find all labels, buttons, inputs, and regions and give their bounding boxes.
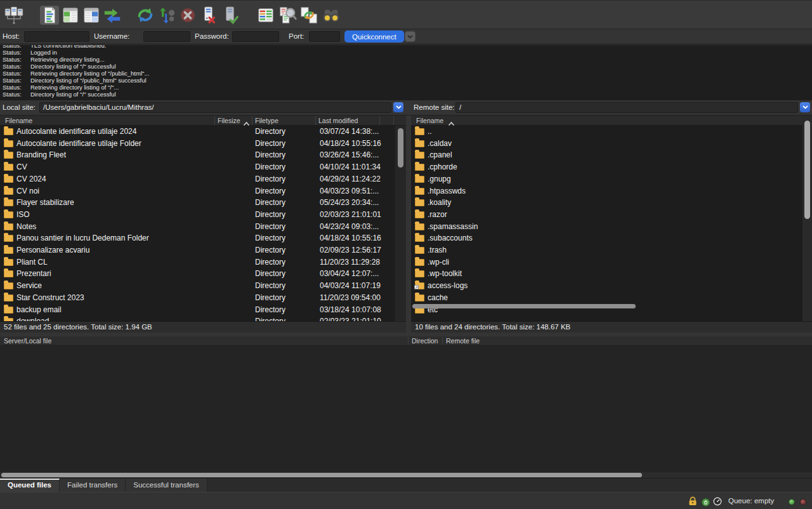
remote-file-row[interactable]: .cphorde — [411, 161, 812, 173]
scrollbar-thumb[interactable] — [1, 473, 642, 477]
process-queue-button[interactable] — [157, 5, 177, 25]
local-file-row[interactable]: CVDirectory04/10/24 11:01:34 — [0, 161, 406, 173]
site-manager-icon — [4, 6, 23, 25]
column-filesize[interactable]: Filesize — [218, 117, 240, 124]
remote-file-list: ...caldav.cpanel.cphorde.gnupg.htpasswds… — [411, 126, 812, 321]
quickconnect-dropdown-button[interactable] — [405, 31, 416, 42]
local-file-row[interactable]: downloadDirectory02/03/23 21:01:10 — [0, 315, 406, 321]
remote-horizontal-scrollbar[interactable] — [412, 304, 801, 309]
remote-file-row[interactable]: ↗access-logs — [411, 280, 812, 292]
file-name: Autocolante identificare utilaje Folder — [16, 139, 141, 148]
local-file-row[interactable]: ISODirectory02/03/23 21:01:01 — [0, 209, 406, 221]
remote-file-row[interactable]: .razor — [411, 209, 812, 221]
file-name: Service — [16, 281, 42, 290]
file-name: .wp-cli — [428, 258, 449, 267]
file-type: Directory — [255, 150, 285, 159]
disconnect-button[interactable] — [199, 5, 219, 25]
local-file-row[interactable]: PrezentariDirectory03/04/24 12:07:... — [0, 268, 406, 280]
process-queue-icon — [157, 6, 176, 25]
remote-file-row[interactable]: .cpanel — [411, 149, 812, 161]
local-file-row[interactable]: Autocolante identificare utilaje 2024Dir… — [0, 126, 406, 138]
file-modified: 02/03/23 21:01:01 — [320, 210, 381, 219]
reconnect-button[interactable] — [220, 5, 240, 25]
folder-icon — [4, 152, 13, 159]
toggle-message-log-button[interactable] — [39, 5, 60, 25]
cancel-button[interactable] — [178, 5, 198, 25]
local-file-row[interactable]: ServiceDirectory04/03/24 11:07:19 — [0, 280, 406, 292]
file-name: .cpanel — [428, 150, 452, 159]
local-file-row[interactable]: Autocolante identificare utilaje FolderD… — [0, 138, 406, 150]
scrollbar-thumb[interactable] — [412, 304, 636, 308]
local-vertical-scrollbar[interactable] — [395, 126, 406, 321]
scrollbar-thumb[interactable] — [804, 121, 810, 219]
directory-listing-filters-button[interactable] — [256, 5, 276, 25]
file-type: Directory — [255, 187, 285, 195]
tab-queued-files[interactable]: Queued files — [0, 479, 60, 492]
remote-file-row[interactable]: .spamassassin — [411, 221, 812, 233]
remote-vertical-scrollbar[interactable] — [802, 116, 812, 321]
file-name: Notes — [16, 222, 36, 231]
host-input[interactable] — [24, 31, 89, 42]
refresh-button[interactable] — [135, 5, 155, 25]
password-input[interactable] — [232, 31, 279, 42]
remote-file-row[interactable]: .gnupg — [411, 173, 812, 185]
toggle-local-tree-button[interactable] — [60, 5, 81, 25]
remote-file-row[interactable]: .wp-toolkit — [411, 268, 812, 280]
file-modified: 11/20/23 09:54:00 — [320, 293, 381, 302]
remote-file-row[interactable]: .htpasswds — [411, 185, 812, 197]
local-file-row[interactable]: Pliant CLDirectory11/20/23 11:29:28 — [0, 256, 406, 268]
tab-failed-transfers[interactable]: Failed transfers — [60, 479, 126, 492]
remote-file-row[interactable]: .koality — [411, 197, 812, 209]
log-message: Retrieving directory listing of "/public… — [30, 70, 149, 77]
file-name: .subaccounts — [428, 234, 473, 242]
local-file-list: Autocolante identificare utilaje 2024Dir… — [0, 126, 406, 321]
remote-file-row[interactable]: .caldav — [411, 138, 812, 150]
local-file-row[interactable]: Panou santier in lucru Dedeman FolderDir… — [0, 232, 406, 244]
port-input[interactable] — [309, 31, 340, 42]
local-site-dropdown-button[interactable] — [393, 102, 403, 112]
toggle-remote-tree-button[interactable] — [81, 5, 102, 25]
remote-file-row[interactable]: cache — [411, 292, 812, 304]
local-file-row[interactable]: Star Construct 2023Directory11/20/23 09:… — [0, 292, 406, 304]
local-site-path[interactable]: /Users/gabrielbaciu/Lucru/Mithras/ — [39, 102, 391, 113]
folder-icon — [415, 128, 424, 135]
find-files-button[interactable] — [321, 5, 341, 25]
column-filename[interactable]: Filename — [416, 117, 443, 124]
column-server-local-file[interactable]: Server/Local file — [4, 337, 51, 345]
local-file-row[interactable]: NotesDirectory04/23/24 09:03:... — [0, 221, 406, 233]
column-filetype[interactable]: Filetype — [255, 117, 278, 124]
local-file-row[interactable]: Personalizare acvariuDirectory02/09/23 1… — [0, 244, 406, 256]
username-input[interactable] — [143, 31, 190, 42]
file-modified: 03/07/24 14:38:... — [320, 127, 379, 136]
tab-successful-transfers[interactable]: Successful transfers — [126, 479, 207, 492]
column-remote-file[interactable]: Remote file — [446, 337, 480, 345]
directory-comparison-button[interactable] — [277, 5, 298, 25]
remote-file-row[interactable]: .. — [411, 126, 812, 138]
toggle-transfer-queue-button[interactable] — [102, 5, 122, 25]
site-manager-button[interactable] — [4, 5, 24, 25]
remote-file-row[interactable]: .wp-cli — [411, 256, 812, 268]
scrollbar-thumb[interactable] — [398, 128, 403, 168]
remote-file-row[interactable]: .subaccounts — [411, 232, 812, 244]
folder-icon — [4, 223, 13, 230]
queue-horizontal-scrollbar[interactable] — [0, 472, 812, 478]
column-filename[interactable]: Filename — [5, 117, 32, 124]
speed-limit-icon[interactable] — [713, 497, 722, 508]
host-label: Host: — [3, 32, 20, 40]
bandwidth-icon[interactable] — [702, 498, 710, 509]
local-file-row[interactable]: CV noiDirectory04/03/23 09:51:... — [0, 185, 406, 197]
quickconnect-button[interactable]: Quickconnect — [344, 30, 404, 43]
remote-file-row[interactable]: .trash — [411, 244, 812, 256]
remote-site-path[interactable]: / — [455, 102, 798, 113]
column-last-modified[interactable]: Last modified — [318, 117, 358, 124]
pane-splitter[interactable] — [406, 116, 411, 333]
column-direction[interactable]: Direction — [412, 337, 438, 345]
local-file-row[interactable]: backup emailDirectory03/18/24 10:07:08 — [0, 304, 406, 316]
local-file-row[interactable]: Branding FleetDirectory03/26/24 15:46:..… — [0, 149, 406, 161]
synchronized-browsing-button[interactable] — [299, 5, 319, 25]
file-type: Directory — [255, 305, 285, 314]
local-file-row[interactable]: Flayer stabilizareDirectory05/24/23 20:3… — [0, 197, 406, 209]
local-file-row[interactable]: CV 2024Directory04/29/24 11:24:22 — [0, 173, 406, 185]
remote-site-dropdown-button[interactable] — [800, 102, 810, 112]
log-line: Status:Retrieving directory listing... — [0, 56, 812, 63]
